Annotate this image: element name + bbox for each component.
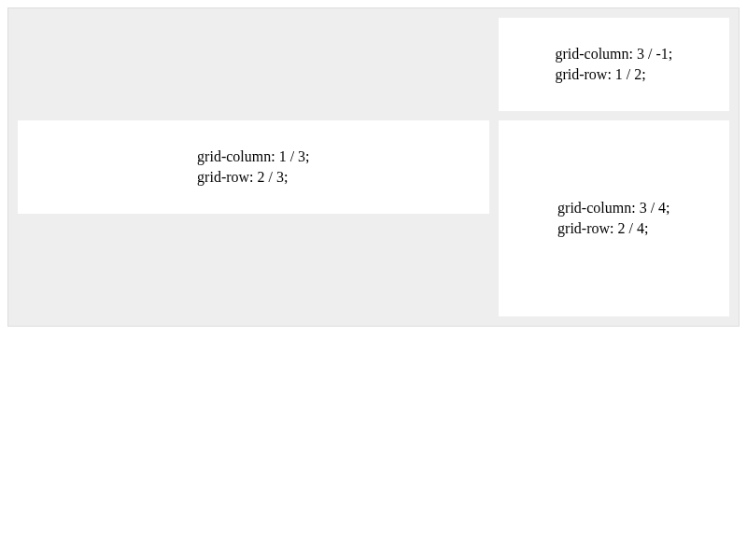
code-line: grid-row: 1 / 2; (555, 64, 672, 85)
code-line: grid-column: 1 / 3; (197, 147, 309, 167)
code-line: grid-row: 2 / 4; (557, 218, 669, 239)
code-block: grid-column: 3 / 4; grid-row: 2 / 4; (557, 198, 669, 240)
grid-item-a: grid-column: 3 / -1; grid-row: 1 / 2; (499, 18, 729, 111)
code-line: grid-row: 2 / 3; (197, 167, 309, 188)
code-line: grid-column: 3 / -1; (555, 44, 672, 64)
grid-container: grid-column: 3 / -1; grid-row: 1 / 2; gr… (7, 7, 740, 327)
grid-item-c: grid-column: 3 / 4; grid-row: 2 / 4; (499, 120, 729, 316)
grid-item-b: grid-column: 1 / 3; grid-row: 2 / 3; (18, 120, 489, 214)
code-block: grid-column: 1 / 3; grid-row: 2 / 3; (197, 147, 309, 189)
code-line: grid-column: 3 / 4; (557, 198, 669, 218)
code-block: grid-column: 3 / -1; grid-row: 1 / 2; (555, 44, 672, 86)
